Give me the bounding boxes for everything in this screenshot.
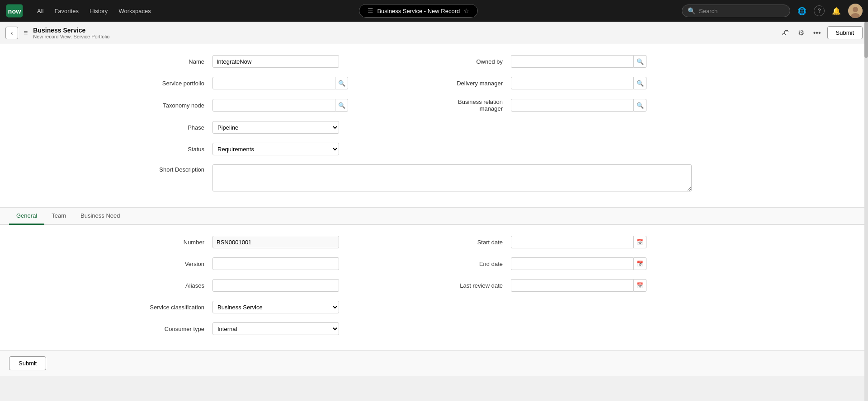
search-input[interactable] bbox=[699, 8, 784, 14]
phase-select[interactable]: Pipeline Operate Design Retire bbox=[212, 121, 339, 134]
nav-workspaces[interactable]: Workspaces bbox=[114, 5, 155, 17]
name-input[interactable] bbox=[212, 55, 339, 68]
status-label: Status bbox=[136, 146, 208, 153]
service-portfolio-row: Service portfolio 🔍 bbox=[136, 75, 434, 91]
phase-row: Phase Pipeline Operate Design Retire bbox=[136, 119, 434, 135]
short-description-input[interactable] bbox=[212, 164, 692, 191]
record-title-text: Business Service - New Record bbox=[377, 8, 460, 14]
business-relation-manager-input[interactable] bbox=[511, 99, 634, 112]
taxonomy-node-input[interactable] bbox=[212, 99, 335, 112]
empty-right-status bbox=[434, 141, 732, 157]
owned-by-input[interactable] bbox=[511, 55, 634, 68]
back-icon: ‹ bbox=[11, 29, 13, 37]
consumer-type-row: Consumer type Internal External Both bbox=[136, 321, 434, 337]
business-relation-manager-search-button[interactable]: 🔍 bbox=[634, 99, 646, 112]
user-avatar[interactable] bbox=[848, 4, 863, 18]
tab-business-need[interactable]: Business Need bbox=[73, 208, 127, 225]
version-row: Version bbox=[136, 256, 434, 272]
number-input[interactable] bbox=[212, 236, 339, 248]
scrollbar[interactable] bbox=[864, 22, 868, 376]
end-date-calendar-button[interactable]: 📅 bbox=[634, 257, 646, 270]
start-date-label: Start date bbox=[434, 239, 506, 246]
nav-history[interactable]: History bbox=[85, 5, 112, 17]
nav-links: All Favorites History Workspaces bbox=[33, 5, 156, 17]
globe-icon[interactable]: 🌐 bbox=[796, 5, 808, 17]
favorite-star-icon[interactable]: ☆ bbox=[463, 7, 469, 14]
phase-label: Phase bbox=[136, 124, 208, 131]
delivery-manager-field: 🔍 bbox=[511, 77, 646, 89]
last-review-date-field: 📅 bbox=[511, 279, 646, 292]
form-grid: Name Owned by 🔍 Service portfolio 🔍 bbox=[118, 53, 750, 193]
service-classification-row: Service classification Business Service … bbox=[136, 299, 434, 315]
calendar-icon: 📅 bbox=[637, 282, 643, 289]
last-review-date-label: Last review date bbox=[434, 282, 506, 289]
short-description-row: Short Description bbox=[136, 163, 732, 193]
record-title-pill: ☰ Business Service - New Record ☆ bbox=[359, 4, 478, 18]
pill-menu-icon[interactable]: ☰ bbox=[368, 7, 373, 14]
sub-header-actions: 🖇 ⚙ ••• Submit bbox=[779, 26, 863, 39]
delivery-manager-label: Delivery manager bbox=[434, 80, 506, 87]
taxonomy-node-label: Taxonomy node bbox=[136, 102, 208, 109]
paperclip-button[interactable]: 🖇 bbox=[779, 27, 792, 39]
service-portfolio-search-button[interactable]: 🔍 bbox=[335, 77, 348, 89]
version-input[interactable] bbox=[212, 257, 339, 270]
tab-team[interactable]: Team bbox=[44, 208, 73, 225]
owned-by-field: 🔍 bbox=[511, 55, 646, 68]
start-date-field: 📅 bbox=[511, 236, 646, 248]
end-date-input[interactable] bbox=[511, 257, 634, 270]
scroll-thumb[interactable] bbox=[864, 22, 868, 58]
help-icon[interactable]: ? bbox=[814, 5, 825, 16]
bottom-bar: Submit bbox=[0, 350, 868, 376]
form-area: Name Owned by 🔍 Service portfolio 🔍 bbox=[0, 44, 868, 207]
number-label: Number bbox=[136, 239, 208, 246]
taxonomy-node-field: 🔍 bbox=[212, 99, 348, 112]
app-logo[interactable]: now bbox=[5, 4, 24, 18]
start-date-calendar-button[interactable]: 📅 bbox=[634, 236, 646, 248]
sub-hamburger-icon[interactable]: ≡ bbox=[22, 27, 29, 39]
tabs-bar: General Team Business Need bbox=[0, 207, 868, 225]
end-date-row: End date 📅 bbox=[434, 256, 732, 272]
end-date-field: 📅 bbox=[511, 257, 646, 270]
top-nav-right: 🔍 🌐 ? 🔔 bbox=[682, 4, 863, 18]
status-select[interactable]: Requirements Defined Analyzing Approved bbox=[212, 143, 339, 155]
taxonomy-node-row: Taxonomy node 🔍 bbox=[136, 97, 434, 114]
tab-general[interactable]: General bbox=[9, 208, 44, 225]
submit-button-bottom[interactable]: Submit bbox=[9, 356, 46, 370]
start-date-input[interactable] bbox=[511, 236, 634, 248]
owned-by-label: Owned by bbox=[434, 58, 506, 65]
taxonomy-node-search-button[interactable]: 🔍 bbox=[335, 99, 348, 112]
breadcrumb: Business Service New record View: Servic… bbox=[33, 27, 775, 39]
submit-button-header[interactable]: Submit bbox=[827, 26, 863, 39]
name-row: Name bbox=[136, 53, 434, 70]
delivery-manager-input[interactable] bbox=[511, 77, 634, 89]
service-classification-select[interactable]: Business Service Technical Service Share… bbox=[212, 301, 339, 313]
last-review-date-calendar-button[interactable]: 📅 bbox=[634, 279, 646, 292]
empty-right-sc bbox=[434, 299, 732, 315]
more-button[interactable]: ••• bbox=[811, 27, 824, 39]
service-portfolio-input[interactable] bbox=[212, 77, 335, 89]
calendar-icon: 📅 bbox=[637, 261, 643, 267]
nav-all[interactable]: All bbox=[33, 5, 48, 17]
bell-icon[interactable]: 🔔 bbox=[830, 5, 843, 17]
empty-right-ct bbox=[434, 321, 732, 337]
delivery-manager-search-button[interactable]: 🔍 bbox=[634, 77, 646, 89]
search-box[interactable]: 🔍 bbox=[682, 5, 790, 17]
nav-favorites[interactable]: Favorites bbox=[50, 5, 83, 17]
settings-button[interactable]: ⚙ bbox=[795, 27, 807, 39]
back-button[interactable]: ‹ bbox=[5, 27, 18, 39]
version-label: Version bbox=[136, 261, 208, 267]
business-relation-manager-row: Business relation manager 🔍 bbox=[434, 97, 732, 114]
consumer-type-select[interactable]: Internal External Both bbox=[212, 322, 339, 335]
business-relation-manager-field: 🔍 bbox=[511, 99, 646, 112]
title-pill-container: ☰ Business Service - New Record ☆ bbox=[165, 4, 673, 18]
empty-right-phase bbox=[434, 119, 732, 135]
sub-header: ‹ ≡ Business Service New record View: Se… bbox=[0, 22, 868, 44]
consumer-type-label: Consumer type bbox=[136, 326, 208, 332]
last-review-date-row: Last review date 📅 bbox=[434, 277, 732, 294]
aliases-label: Aliases bbox=[136, 282, 208, 289]
last-review-date-input[interactable] bbox=[511, 279, 634, 292]
tab-form-grid: Number Start date 📅 Version bbox=[118, 234, 750, 337]
owned-by-search-button[interactable]: 🔍 bbox=[634, 55, 646, 68]
search-icon: 🔍 bbox=[637, 80, 644, 87]
aliases-input[interactable] bbox=[212, 279, 339, 292]
